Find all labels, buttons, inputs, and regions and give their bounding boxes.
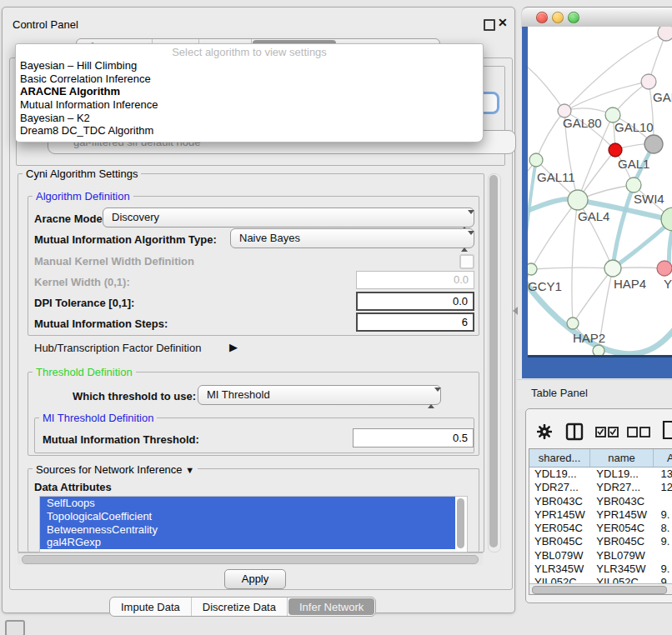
network-node-gcy1[interactable] bbox=[528, 263, 537, 275]
mi-type-combobox[interactable]: Naive Bayes bbox=[230, 228, 474, 248]
tab-infer-network[interactable]: Infer Network bbox=[288, 598, 374, 615]
table-cell: YBL079W bbox=[529, 549, 591, 562]
apply-button[interactable]: Apply bbox=[224, 569, 286, 589]
network-edge[interactable] bbox=[531, 200, 578, 269]
algorithm-option-bayesian-hill-climbing[interactable]: Bayesian – Hill Climbing bbox=[16, 59, 483, 72]
table-cell: YER054C bbox=[529, 522, 591, 535]
which-threshold-combobox[interactable]: MI Threshold bbox=[198, 385, 441, 405]
network-node-hap2[interactable] bbox=[567, 318, 579, 329]
table-row[interactable]: YLR345WYLR345W9. bbox=[529, 562, 672, 576]
table-cell: YBR045C bbox=[529, 535, 591, 548]
settings-group-title: Cyni Algorithm Settings bbox=[23, 168, 141, 180]
column-header-1[interactable]: shared... bbox=[529, 449, 590, 468]
network-canvas[interactable]: GAL7GAL80GAL10GAL1GAL11SWI4GAL4GCY1HAP4Y… bbox=[528, 27, 672, 355]
algorithm-option-dream8-dc-tdc-algorithm[interactable]: Dream8 DC_TDC Algorithm bbox=[16, 124, 483, 138]
stepper-icon bbox=[428, 389, 434, 408]
mi-steps-label: Mutual Information Steps: bbox=[34, 318, 168, 330]
network-node-gray[interactable] bbox=[644, 135, 663, 153]
settings-scrollbar-thumb[interactable] bbox=[489, 175, 498, 548]
algorithm-option-basic-correlation-inference[interactable]: Basic Correlation Inference bbox=[16, 72, 483, 86]
table-cell: 9. bbox=[656, 562, 672, 576]
table-cell: 8. bbox=[656, 522, 672, 535]
manual-kernel-label: Manual Kernel Width Definition bbox=[34, 255, 194, 268]
deselect-all-checkboxes-icon[interactable] bbox=[627, 427, 650, 438]
close-traffic-light[interactable] bbox=[536, 12, 548, 23]
attribute-item-gal4rgexp[interactable]: gal4RGexp bbox=[40, 536, 455, 549]
table-cell: YLR345W bbox=[591, 562, 655, 576]
table-cell: YBL079W bbox=[591, 549, 655, 562]
tab-label: Infer Network bbox=[299, 601, 364, 613]
kernel-width-field[interactable]: 0.0 bbox=[356, 271, 474, 289]
close-icon[interactable]: ✕ bbox=[498, 16, 508, 29]
column-layout-icon[interactable] bbox=[565, 422, 584, 441]
sources-title[interactable]: Sources for Network Inference ▼ bbox=[33, 463, 198, 476]
tab-impute-data[interactable]: Impute Data bbox=[110, 598, 192, 616]
algorithm-definition-title: Algorithm Definition bbox=[33, 190, 133, 202]
table-cell: YDL19... bbox=[529, 468, 591, 481]
collapsed-panel-icon[interactable] bbox=[5, 620, 25, 635]
float-window-icon[interactable] bbox=[484, 19, 495, 31]
table-row[interactable]: YBR043CYBR043C bbox=[529, 495, 672, 508]
network-edge[interactable] bbox=[564, 82, 649, 111]
algorithm-option-bayesian-k2[interactable]: Bayesian – K2 bbox=[16, 112, 483, 125]
table-hscrollbar-thumb[interactable] bbox=[532, 586, 667, 594]
column-header-3[interactable]: A bbox=[654, 449, 672, 468]
manual-kernel-checkbox[interactable] bbox=[459, 254, 474, 269]
aracne-mode-label: Aracne Mode: bbox=[34, 212, 106, 225]
network-node-gal7[interactable] bbox=[641, 74, 656, 89]
network-node-gal11[interactable] bbox=[529, 153, 543, 167]
network-node-y[interactable] bbox=[657, 261, 672, 276]
algorithm-option-aracne-algorithm[interactable]: ARACNE Algorithm bbox=[16, 85, 483, 98]
attribute-item-betweennesscentrality[interactable]: BetweennessCentrality bbox=[40, 523, 455, 537]
algorithm-option-mutual-information-inference[interactable]: Mutual Information Inference bbox=[16, 98, 483, 112]
dpi-tolerance-field[interactable]: 0.0 bbox=[356, 292, 474, 311]
attribute-item-selfloops[interactable]: SelfLoops bbox=[40, 497, 455, 510]
data-attributes-label: Data Attributes bbox=[34, 481, 112, 493]
network-edge-highlighted[interactable] bbox=[528, 160, 536, 273]
node-label-hap2: HAP2 bbox=[573, 331, 605, 345]
hub-definition-label[interactable]: Hub/Transcription Factor Definition bbox=[34, 342, 201, 354]
table-row[interactable]: YBL079WYBL079W bbox=[529, 549, 672, 562]
file-icon[interactable] bbox=[662, 420, 672, 440]
network-node-hap4[interactable] bbox=[604, 260, 621, 277]
table-cell: YBR043C bbox=[591, 495, 655, 508]
mi-type-label: Mutual Information Algorithm Type: bbox=[34, 233, 217, 246]
table-row[interactable]: YPR145WYPR145W9. bbox=[529, 508, 672, 522]
network-node-unlabeled[interactable] bbox=[658, 27, 672, 41]
column-header-2[interactable]: name bbox=[590, 449, 654, 468]
table-cell: 13 bbox=[656, 468, 672, 481]
table-cell: YBR043C bbox=[529, 495, 591, 508]
network-node-gal1[interactable] bbox=[626, 178, 641, 192]
network-node-gal4[interactable] bbox=[568, 190, 588, 210]
network-edge[interactable] bbox=[536, 111, 564, 160]
node-label-gal11: GAL11 bbox=[537, 170, 575, 184]
minimize-traffic-light[interactable] bbox=[552, 12, 564, 23]
mi-steps-field[interactable]: 6 bbox=[356, 312, 474, 332]
mi-threshold-field[interactable]: 0.5 bbox=[353, 428, 474, 448]
network-edge[interactable] bbox=[528, 62, 564, 111]
table-row[interactable]: YIL052CYIL052C9. bbox=[529, 576, 672, 583]
table-row[interactable]: YDR27...YDR27...12 bbox=[529, 481, 672, 494]
node-label-gcy1: GCY1 bbox=[528, 279, 562, 293]
network-window-titlebar[interactable] bbox=[522, 7, 672, 28]
gear-icon[interactable] bbox=[537, 424, 552, 439]
attribute-item-topologicalcoefficient[interactable]: TopologicalCoefficient bbox=[40, 510, 455, 523]
attributes-list-scrollbar[interactable] bbox=[457, 498, 464, 548]
data-attributes-list[interactable]: SelfLoopsTopologicalCoefficientBetweenne… bbox=[39, 496, 468, 552]
aracne-mode-combobox[interactable]: Discovery bbox=[103, 208, 474, 228]
expand-arrow-icon[interactable]: ▶ bbox=[229, 341, 238, 353]
table-row[interactable]: YDL19...YDL19...13 bbox=[529, 468, 672, 481]
network-node-gal1-red[interactable] bbox=[609, 143, 622, 157]
tab-label: Impute Data bbox=[121, 601, 180, 613]
network-node-unlabeled[interactable] bbox=[593, 345, 604, 355]
settings-hscrollbar-thumb[interactable] bbox=[22, 555, 479, 564]
stepper-icon bbox=[461, 212, 468, 230]
zoom-traffic-light[interactable] bbox=[568, 12, 579, 23]
panel-splitter-arrow[interactable] bbox=[513, 307, 518, 315]
table-row[interactable]: YBR045CYBR045C9. bbox=[529, 535, 672, 548]
mi-type-value: Naive Bayes bbox=[239, 232, 300, 244]
tab-discretize-data[interactable]: Discretize Data bbox=[192, 598, 288, 616]
table-row[interactable]: YER054CYER054C8. bbox=[529, 522, 672, 535]
network-edge[interactable] bbox=[572, 200, 578, 323]
select-all-checkboxes-icon[interactable] bbox=[595, 427, 619, 438]
